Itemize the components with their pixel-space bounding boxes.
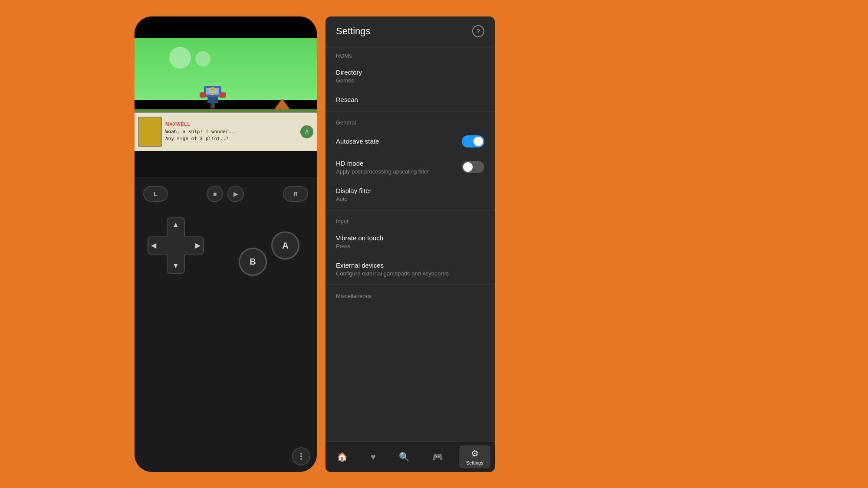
settings-panel: Settings ? ROMs Directory Games Rescan G…: [326, 16, 495, 472]
divider-3: [326, 285, 495, 285]
nav-settings[interactable]: ⚙ Settings: [459, 445, 490, 468]
l-button[interactable]: L: [143, 186, 168, 202]
controller-main: ▲ ▼ ◀ ▶ A B: [143, 211, 308, 280]
settings-scroll[interactable]: ROMs Directory Games Rescan General Auto…: [326, 46, 495, 442]
settings-icon: ⚙: [471, 448, 479, 459]
dialog-action-icon: A: [300, 125, 313, 138]
directory-value: Games: [336, 77, 484, 84]
bottom-nav: 🏠 ♥ 🔍 🎮 ⚙ Settings: [326, 442, 495, 472]
controller-area: L ■ ▶ R ▲ ▼ ◀: [135, 177, 317, 472]
controller-top-row: L ■ ▶ R: [143, 186, 308, 202]
center-buttons: ■ ▶: [207, 186, 244, 202]
home-icon: 🏠: [337, 452, 348, 462]
hdmode-row: HD mode Apply post-processing upscaling …: [336, 160, 484, 175]
hdmode-subtitle: Apply post-processing upscaling filter: [336, 168, 429, 175]
input-section-label: Input: [326, 212, 495, 228]
menu-button[interactable]: [292, 447, 310, 465]
svg-rect-5: [210, 103, 215, 108]
directory-title: Directory: [336, 69, 484, 76]
autosave-toggle[interactable]: [462, 135, 484, 147]
game-screen: MAXWELL Woah, a ship! I wonder... Any si…: [135, 38, 317, 151]
external-devices-item[interactable]: External devices Configure external game…: [326, 255, 495, 283]
nav-games[interactable]: 🎮: [425, 449, 450, 465]
svg-rect-4: [207, 97, 218, 103]
nav-home[interactable]: 🏠: [330, 449, 355, 465]
dpad-center: [167, 236, 185, 255]
dialog-text-area: MAXWELL Woah, a ship! I wonder... Any si…: [165, 122, 297, 142]
r-button[interactable]: R: [283, 186, 308, 202]
settings-header: Settings ?: [326, 16, 495, 46]
display-filter-title: Display filter: [336, 187, 484, 194]
vibrate-title: Vibrate on touch: [336, 234, 484, 242]
misc-section-label: Miscellaneous: [326, 287, 495, 303]
screen-gap: [135, 151, 317, 177]
nav-search[interactable]: 🔍: [392, 449, 417, 465]
dpad-up-arrow: ▲: [172, 221, 179, 229]
game-planet-1: [169, 47, 191, 69]
settings-nav-label: Settings: [466, 460, 483, 465]
b-button[interactable]: B: [239, 248, 267, 276]
dialog-line-2: Any sign of a pilot..?: [165, 135, 297, 142]
autosave-title: Autosave state: [336, 138, 379, 145]
heart-icon: ♥: [371, 452, 376, 462]
dialog-line-1: Woah, a ship! I wonder...: [165, 128, 297, 135]
action-buttons: A B: [234, 211, 304, 280]
dialog-character-name: MAXWELL: [165, 122, 297, 127]
autosave-knob: [473, 137, 483, 146]
general-section-label: General: [326, 113, 495, 129]
dpad-left-arrow: ◀: [151, 241, 156, 249]
hdmode-title: HD mode: [336, 160, 429, 167]
svg-point-10: [300, 455, 302, 457]
main-container: MAXWELL Woah, a ship! I wonder... Any si…: [135, 16, 733, 472]
autosave-row: Autosave state: [336, 135, 484, 147]
autosave-item[interactable]: Autosave state: [326, 129, 495, 154]
svg-point-11: [300, 458, 302, 460]
dpad-right-arrow: ▶: [195, 241, 201, 249]
help-icon[interactable]: ?: [472, 25, 484, 37]
dialog-avatar: [138, 117, 162, 147]
vibrate-value: Press: [336, 243, 484, 249]
svg-point-9: [300, 453, 302, 455]
display-filter-item[interactable]: Display filter Auto: [326, 181, 495, 208]
svg-rect-2: [200, 92, 206, 98]
game-dialog: MAXWELL Woah, a ship! I wonder... Any si…: [135, 112, 317, 151]
dpad[interactable]: ▲ ▼ ◀ ▶: [148, 217, 204, 274]
hdmode-toggle[interactable]: [462, 161, 484, 173]
hdmode-knob: [463, 162, 473, 172]
game-planet-2: [195, 51, 210, 66]
select-button[interactable]: ■: [207, 186, 223, 202]
phone-area: MAXWELL Woah, a ship! I wonder... Any si…: [135, 16, 317, 472]
divider-2: [326, 210, 495, 210]
hdmode-item[interactable]: HD mode Apply post-processing upscaling …: [326, 154, 495, 181]
settings-title: Settings: [336, 26, 371, 37]
start-button[interactable]: ▶: [227, 186, 244, 202]
svg-rect-3: [219, 92, 226, 98]
nav-favorites[interactable]: ♥: [364, 449, 383, 465]
phone-top-bar: [135, 16, 317, 38]
gamepad-icon: 🎮: [432, 452, 443, 462]
hdmode-text: HD mode Apply post-processing upscaling …: [336, 160, 429, 175]
vibrate-item[interactable]: Vibrate on touch Press: [326, 228, 495, 255]
divider-1: [326, 111, 495, 111]
svg-rect-8: [210, 90, 216, 93]
rescan-item[interactable]: Rescan: [326, 90, 495, 109]
search-icon: 🔍: [399, 452, 410, 462]
external-devices-title: External devices: [336, 262, 484, 269]
a-button[interactable]: A: [271, 231, 299, 259]
external-devices-subtitle: Configure external gamepads and keyboard…: [336, 270, 484, 277]
display-filter-value: Auto: [336, 196, 484, 202]
roms-section-label: ROMs: [326, 46, 495, 62]
game-character: [195, 82, 230, 112]
directory-item[interactable]: Directory Games: [326, 62, 495, 90]
dpad-down-arrow: ▼: [172, 262, 179, 270]
rescan-title: Rescan: [336, 96, 484, 103]
